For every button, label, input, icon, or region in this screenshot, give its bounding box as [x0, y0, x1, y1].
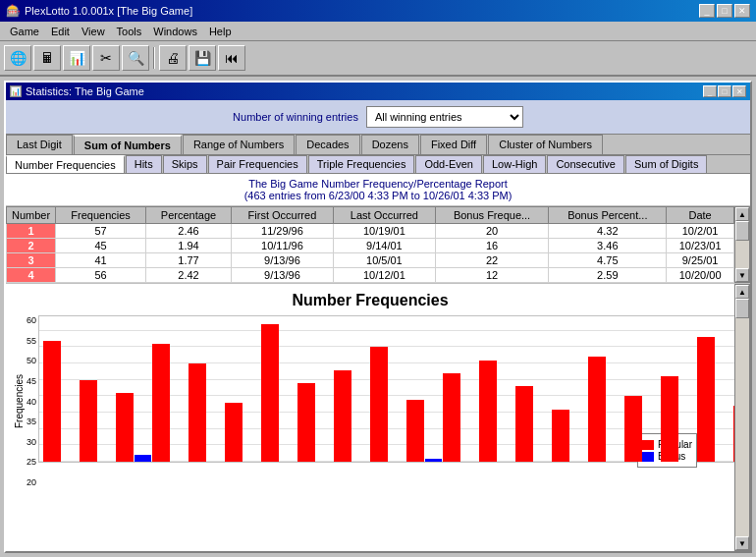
col-header-number: Number	[7, 207, 56, 224]
tab-odd-even[interactable]: Odd-Even	[415, 155, 482, 173]
cell-bpct: 4.75	[549, 253, 667, 268]
stats-minimize-button[interactable]: _	[703, 85, 717, 97]
window-icon: 🎰	[6, 4, 21, 18]
y-55: 55	[27, 336, 36, 346]
toolbar-back-button[interactable]: ⏮	[218, 45, 245, 71]
menu-tools[interactable]: Tools	[111, 25, 148, 38]
chart-scroll-thumb[interactable]	[735, 299, 749, 318]
tab-number-frequencies[interactable]: Number Frequencies	[6, 155, 125, 173]
y-30: 30	[27, 437, 36, 447]
table-section: Number Frequencies Percentage First Occu…	[6, 206, 750, 284]
bar-group	[297, 383, 333, 462]
table-row: 4 56 2.42 9/13/96 10/12/01 12 2.59 10/20…	[7, 268, 734, 283]
bar-group	[406, 400, 442, 462]
cell-date: 9/25/01	[667, 253, 734, 268]
tab-range-of-numbers[interactable]: Range of Numbers	[183, 135, 295, 154]
toolbar-search-button[interactable]: 🔍	[122, 45, 149, 71]
menu-help[interactable]: Help	[203, 25, 238, 38]
cell-last: 9/14/01	[334, 239, 436, 253]
scroll-thumb[interactable]	[735, 221, 749, 241]
cell-freq: 56	[56, 268, 146, 283]
cell-bfreq: 20	[435, 224, 549, 239]
regular-bar	[80, 380, 97, 462]
report-subtitle: (463 entries from 6/23/00 4:33 PM to 10/…	[10, 190, 746, 201]
tab-consecutive[interactable]: Consecutive	[547, 155, 624, 173]
stats-window: 📊 Statistics: The Big Game _ □ ✕ Number …	[4, 81, 752, 553]
minimize-button[interactable]: _	[699, 4, 715, 18]
bar-group	[443, 373, 478, 462]
chart-scroll-up-button[interactable]: ▲	[735, 285, 749, 299]
tab-decades[interactable]: Decades	[296, 135, 359, 154]
chart-y-label: Frequencies	[14, 315, 25, 487]
bar-group	[588, 357, 623, 462]
menu-view[interactable]: View	[76, 25, 111, 38]
chart-container: Frequencies 60 55 50 45 40 35 30 25 20	[14, 315, 727, 487]
window-title: PlexLotto 1.0.001x [The Big Game]	[25, 5, 192, 17]
cell-pct: 1.77	[146, 253, 232, 268]
bar-group	[733, 406, 734, 462]
cell-first: 10/11/96	[231, 239, 333, 253]
stats-maximize-button[interactable]: □	[718, 85, 731, 97]
regular-bar	[588, 357, 606, 462]
tab-fixed-diff[interactable]: Fixed Diff	[420, 135, 487, 154]
cell-pct: 2.42	[146, 268, 232, 283]
report-title: The Big Game Number Frequency/Percentage…	[10, 178, 746, 190]
winning-entries-select[interactable]: All winning entriesJackpot winners onlyL…	[366, 106, 523, 128]
cell-date: 10/2/01	[667, 224, 734, 239]
menu-game[interactable]: Game	[4, 25, 45, 38]
menu-windows[interactable]: Windows	[147, 25, 203, 38]
toolbar-save-button[interactable]: 💾	[189, 45, 216, 71]
tab-dozens[interactable]: Dozens	[361, 135, 419, 154]
toolbar: 🌐 🖩 📊 ✂ 🔍 🖨 💾 ⏮	[0, 41, 756, 77]
tab-sum-of-numbers[interactable]: Sum of Numbers	[74, 135, 182, 154]
cell-bfreq: 22	[435, 253, 549, 268]
toolbar-scissors-button[interactable]: ✂	[92, 45, 120, 71]
stats-window-icon: 📊	[10, 85, 22, 97]
tab-pair-frequencies[interactable]: Pair Frequencies	[208, 155, 307, 173]
toolbar-globe-button[interactable]: 🌐	[4, 45, 31, 71]
cell-first: 9/13/96	[231, 253, 333, 268]
scroll-down-button[interactable]: ▼	[735, 268, 749, 282]
cell-number: 2	[7, 239, 56, 253]
y-45: 45	[27, 376, 36, 386]
regular-bar	[733, 406, 734, 462]
tab-low-high[interactable]: Low-High	[483, 155, 546, 173]
tab-hits[interactable]: Hits	[126, 155, 162, 173]
cell-date: 10/20/00	[667, 268, 734, 283]
cell-bfreq: 12	[435, 268, 549, 283]
regular-bar	[624, 396, 642, 462]
bar-group	[515, 386, 551, 462]
maximize-button[interactable]: □	[717, 4, 732, 18]
scroll-up-button[interactable]: ▲	[735, 207, 749, 221]
tab-sum-of-digits[interactable]: Sum of Digits	[625, 155, 707, 173]
chart-scrollbar[interactable]: ▲ ▼	[734, 284, 750, 551]
stats-body: Number of winning entries All winning en…	[6, 100, 750, 551]
toolbar-calc-button[interactable]: 🖩	[33, 45, 61, 71]
tabs-row1: Last Digit Sum of Numbers Range of Numbe…	[6, 135, 750, 155]
menu-edit[interactable]: Edit	[45, 25, 76, 38]
bonus-bar	[135, 455, 151, 462]
cell-bfreq: 16	[435, 239, 549, 253]
stats-close-button[interactable]: ✕	[732, 85, 746, 97]
regular-bar	[189, 363, 206, 462]
tab-skips[interactable]: Skips	[163, 155, 207, 173]
y-25: 25	[27, 457, 36, 467]
bar-group	[152, 344, 188, 462]
regular-bar	[552, 410, 569, 462]
col-header-last: Last Occurred	[334, 207, 436, 224]
close-button[interactable]: ✕	[734, 4, 750, 18]
tab-last-digit[interactable]: Last Digit	[6, 135, 73, 154]
bar-group	[80, 380, 115, 462]
tab-triple-frequencies[interactable]: Triple Frequencies	[308, 155, 415, 173]
chart-section: Number Frequencies Frequencies 60 55 50 …	[6, 284, 750, 551]
toolbar-chart-button[interactable]: 📊	[63, 45, 90, 71]
table-scrollbar[interactable]: ▲ ▼	[734, 206, 750, 283]
tab-cluster-of-numbers[interactable]: Cluster of Numbers	[488, 135, 603, 154]
chart-scroll-down-button[interactable]: ▼	[735, 536, 749, 550]
col-header-bfreq: Bonus Freque...	[435, 207, 549, 224]
regular-bar	[225, 403, 243, 462]
regular-bar	[697, 337, 715, 462]
cell-freq: 57	[56, 224, 146, 239]
toolbar-print-button[interactable]: 🖨	[159, 45, 187, 71]
data-table-container: Number Frequencies Percentage First Occu…	[6, 206, 734, 283]
